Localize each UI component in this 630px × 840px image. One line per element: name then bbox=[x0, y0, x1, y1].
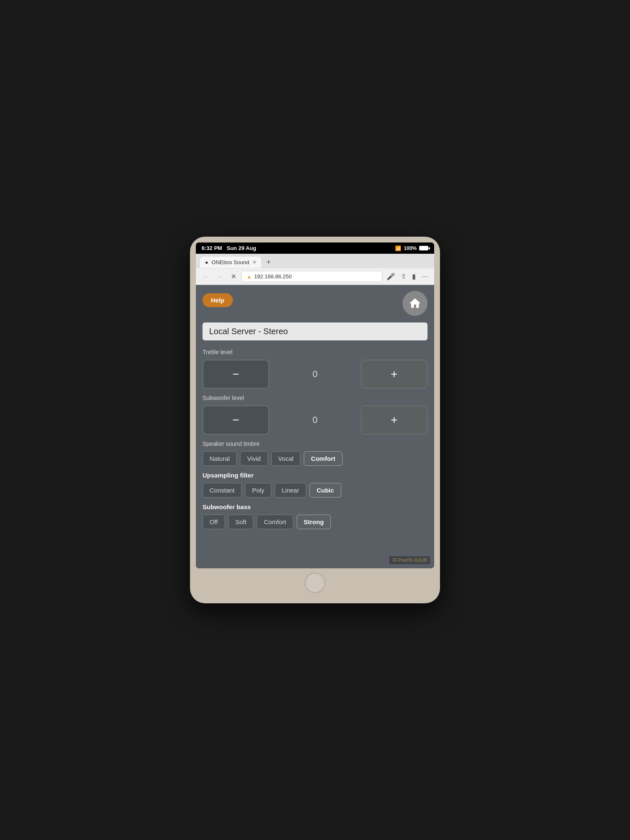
nav-bar: ← → ✕ ▲ 192.168.86.250 🎤 ⇧ ▮ ⋯ bbox=[196, 268, 434, 285]
back-button[interactable]: ← bbox=[200, 272, 212, 281]
filter-section-label: Upsampling filter bbox=[202, 472, 428, 479]
browser-tab[interactable]: ● ONEbox Sound ✕ bbox=[200, 257, 261, 268]
treble-row: − 0 + bbox=[202, 360, 428, 389]
screen: 6:32 PM Sun 29 Aug 📶 100% ● ONEbox Sound… bbox=[196, 242, 434, 568]
ipad-device: 6:32 PM Sun 29 Aug 📶 100% ● ONEbox Sound… bbox=[190, 237, 440, 603]
timbre-comfort-button[interactable]: Comfort bbox=[304, 451, 342, 466]
web-content: Help Local Server - Stereo Treble level … bbox=[196, 285, 434, 568]
browser-chrome: ● ONEbox Sound ✕ + ← → ✕ ▲ 192.168.86.25… bbox=[196, 254, 434, 285]
filter-cubic-button[interactable]: Cubic bbox=[310, 483, 341, 498]
timbre-section-label: Speaker sound timbre bbox=[202, 440, 428, 447]
timbre-natural-button[interactable]: Natural bbox=[202, 451, 237, 466]
treble-decrease-button[interactable]: − bbox=[202, 360, 269, 389]
timbre-button-group: NaturalVividVocalComfort bbox=[202, 451, 428, 466]
status-right: 📶 100% bbox=[395, 245, 428, 251]
battery-icon bbox=[419, 246, 428, 250]
server-label: Local Server - Stereo bbox=[202, 322, 428, 340]
battery-level: 100% bbox=[404, 245, 417, 251]
filter-poly-button[interactable]: Poly bbox=[245, 483, 271, 498]
subwoofer-increase-button[interactable]: + bbox=[361, 405, 428, 435]
treble-section-label: Treble level bbox=[202, 349, 428, 355]
bass-off-button[interactable]: Off bbox=[202, 515, 225, 529]
share-button[interactable]: ⇧ bbox=[399, 272, 408, 281]
treble-increase-button[interactable]: + bbox=[361, 360, 428, 389]
timbre-vocal-button[interactable]: Vocal bbox=[271, 451, 301, 466]
filter-linear-button[interactable]: Linear bbox=[275, 483, 306, 498]
bass-button-group: OffSoftComfortStrong bbox=[202, 515, 428, 529]
microphone-button[interactable]: 🎤 bbox=[385, 272, 397, 281]
tabs-button[interactable]: ▮ bbox=[410, 272, 418, 281]
filter-button-group: ConstantPolyLinearCubic bbox=[202, 483, 428, 498]
nav-actions: 🎤 ⇧ ▮ ⋯ bbox=[385, 272, 430, 281]
subwoofer-value: 0 bbox=[269, 415, 361, 425]
wifi-icon: 📶 bbox=[395, 245, 401, 251]
subwoofer-decrease-button[interactable]: − bbox=[202, 405, 269, 435]
forward-button[interactable]: → bbox=[214, 272, 226, 281]
home-icon-button[interactable] bbox=[402, 291, 428, 316]
subwoofer-row: − 0 + bbox=[202, 405, 428, 435]
address-bar[interactable]: ▲ 192.168.86.250 bbox=[241, 271, 382, 282]
tab-bar: ● ONEbox Sound ✕ + bbox=[196, 254, 434, 268]
watermark: 76 Post76 玩乐部 bbox=[389, 556, 430, 564]
house-icon bbox=[408, 297, 422, 310]
treble-value: 0 bbox=[269, 369, 361, 380]
reload-button[interactable]: ✕ bbox=[228, 272, 239, 281]
physical-home-button[interactable] bbox=[305, 572, 325, 593]
date: Sun 29 Aug bbox=[227, 245, 256, 251]
filter-constant-button[interactable]: Constant bbox=[202, 483, 242, 498]
tab-title: ONEbox Sound bbox=[212, 259, 249, 265]
time: 6:32 PM bbox=[202, 245, 222, 251]
tab-favicon: ● bbox=[205, 259, 208, 265]
bass-comfort-button[interactable]: Comfort bbox=[257, 515, 293, 529]
bass-soft-button[interactable]: Soft bbox=[228, 515, 254, 529]
subwoofer-section-label: Subwoofer level bbox=[202, 395, 428, 401]
timbre-vivid-button[interactable]: Vivid bbox=[240, 451, 268, 466]
tab-close-button[interactable]: ✕ bbox=[252, 260, 256, 265]
warning-icon: ▲ bbox=[247, 274, 252, 280]
status-time-date: 6:32 PM Sun 29 Aug bbox=[202, 245, 256, 251]
bass-section-label: Subwoofer bass bbox=[202, 503, 428, 510]
address-text: 192.168.86.250 bbox=[254, 273, 292, 280]
new-tab-button[interactable]: + bbox=[263, 256, 274, 268]
status-bar: 6:32 PM Sun 29 Aug 📶 100% bbox=[196, 242, 434, 254]
bass-strong-button[interactable]: Strong bbox=[297, 515, 331, 529]
help-button[interactable]: Help bbox=[202, 293, 233, 307]
menu-button[interactable]: ⋯ bbox=[420, 272, 430, 281]
